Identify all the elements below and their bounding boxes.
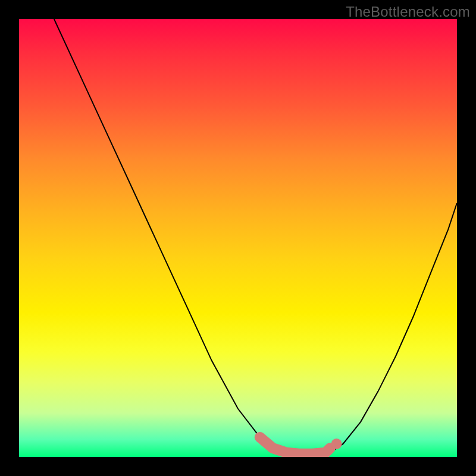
left-curve [54, 19, 286, 453]
chart-svg [19, 19, 457, 457]
watermark-text: TheBottleneck.com [346, 4, 470, 20]
highlight-marker [331, 439, 342, 449]
chart-frame: TheBottleneck.com [0, 0, 476, 476]
optimal-zone-highlight [260, 437, 330, 454]
right-curve [330, 203, 457, 452]
plot-area [19, 19, 457, 457]
